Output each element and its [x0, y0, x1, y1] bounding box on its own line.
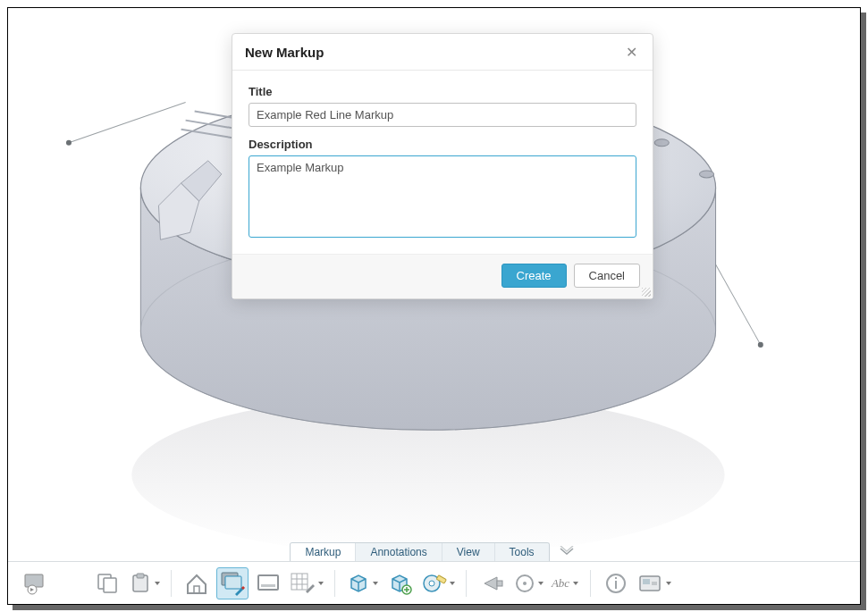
svg-rect-34 — [615, 577, 617, 579]
tab-bar: Markup Annotations View Tools — [8, 540, 860, 561]
toolbar-markup-button[interactable] — [216, 567, 249, 599]
dialog-footer: Create Cancel — [232, 254, 653, 298]
tab-annotations[interactable]: Annotations — [356, 543, 442, 561]
svg-rect-30 — [497, 581, 502, 586]
description-input[interactable] — [249, 155, 636, 238]
toolbar-separator — [334, 570, 335, 597]
svg-line-1 — [69, 103, 186, 143]
chevron-down-icon — [373, 582, 378, 585]
toolbar-home-button[interactable] — [181, 567, 213, 599]
svg-point-28 — [429, 581, 434, 586]
new-markup-dialog: New Markup ✕ Title Description Create Ca… — [232, 33, 653, 299]
svg-rect-19 — [258, 575, 278, 590]
toolbar-copy-button[interactable] — [92, 567, 124, 599]
toolbar-back-button[interactable] — [476, 567, 508, 599]
tab-markup[interactable]: Markup — [291, 543, 356, 561]
toolbar-paste-button[interactable] — [128, 567, 162, 599]
toolbar-separator — [466, 570, 467, 597]
toolbar: Abc — [8, 561, 860, 604]
tab-expand-button[interactable] — [555, 541, 578, 561]
svg-point-32 — [523, 582, 527, 585]
toolbar-cut-button[interactable] — [56, 567, 88, 599]
svg-rect-37 — [643, 579, 650, 584]
close-icon: ✕ — [626, 44, 637, 61]
title-label: Title — [249, 85, 636, 98]
svg-rect-16 — [194, 586, 199, 593]
svg-point-7 — [699, 171, 713, 178]
description-label: Description — [249, 138, 636, 151]
tab-view[interactable]: View — [442, 543, 495, 561]
toolbar-model-add-button[interactable] — [383, 567, 416, 599]
toolbar-note-button[interactable] — [252, 567, 284, 599]
close-button[interactable]: ✕ — [622, 43, 640, 61]
tab-tools[interactable]: Tools — [495, 543, 549, 561]
svg-rect-20 — [261, 584, 275, 587]
chevron-down-icon — [318, 582, 324, 585]
svg-rect-15 — [137, 574, 144, 578]
chevron-down-icon — [450, 582, 455, 585]
chevron-down-icon — [538, 582, 544, 585]
toolbar-text-button[interactable]: Abc — [549, 567, 581, 599]
chevron-down-icon — [666, 582, 671, 585]
toolbar-info-button[interactable] — [600, 567, 632, 599]
toolbar-measure-button[interactable] — [419, 567, 457, 599]
cancel-button[interactable]: Cancel — [574, 264, 640, 288]
svg-rect-18 — [225, 576, 241, 589]
svg-point-2 — [66, 140, 72, 146]
svg-point-4 — [758, 342, 763, 348]
svg-rect-13 — [104, 578, 116, 592]
toolbar-separator — [590, 570, 591, 597]
chevron-down-icon — [155, 582, 160, 585]
title-input[interactable] — [249, 103, 636, 127]
svg-point-6 — [654, 139, 669, 147]
toolbar-model-box-button[interactable] — [344, 567, 380, 599]
dialog-header: New Markup ✕ — [232, 34, 653, 71]
svg-rect-21 — [291, 574, 308, 590]
chevron-down-icon — [573, 582, 578, 585]
toolbar-screenshot-button[interactable] — [636, 567, 673, 599]
svg-rect-38 — [652, 582, 657, 585]
dialog-title: New Markup — [245, 45, 324, 60]
create-button[interactable]: Create — [501, 264, 567, 288]
toolbar-grid-edit-button[interactable] — [288, 567, 325, 599]
svg-rect-35 — [615, 581, 617, 589]
toolbar-separator — [171, 570, 172, 597]
toolbar-play-button[interactable] — [21, 567, 53, 599]
toolbar-target-button[interactable] — [511, 567, 545, 599]
